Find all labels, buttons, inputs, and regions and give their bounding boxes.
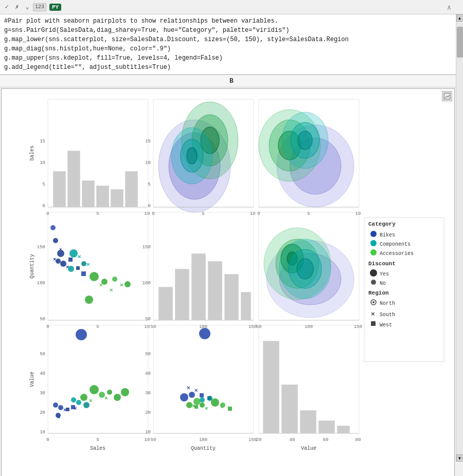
svg-text:Discount: Discount: [368, 261, 396, 267]
code-line-5: g.map_upper(sns.kdeplot, fill=True, leve…: [4, 53, 453, 63]
svg-text:×: ×: [53, 257, 57, 263]
svg-point-67: [90, 272, 99, 281]
svg-text:10: 10: [40, 430, 45, 435]
svg-text:50: 50: [151, 437, 156, 443]
svg-point-115: [76, 329, 87, 340]
svg-text:40: 40: [290, 437, 295, 443]
svg-text:0: 0: [43, 204, 45, 209]
svg-text:15: 15: [145, 139, 151, 144]
svg-point-124: [76, 400, 81, 405]
code-line-3: g.map_lower(sns.scatterplot, size=SalesD…: [4, 35, 453, 44]
svg-text:×: ×: [99, 282, 103, 288]
svg-rect-121: [66, 408, 69, 411]
formula-bar: B: [0, 75, 463, 87]
svg-rect-202: [371, 321, 376, 326]
svg-text:5: 5: [148, 182, 151, 187]
svg-point-123: [71, 397, 76, 402]
svg-point-130: [114, 394, 121, 401]
svg-point-129: [107, 390, 112, 395]
svg-rect-0: [444, 93, 450, 99]
x-icon[interactable]: ✗: [12, 3, 22, 12]
svg-text:30: 30: [145, 391, 151, 396]
svg-text:×: ×: [78, 254, 81, 260]
svg-text:5: 5: [96, 324, 99, 329]
svg-point-116: [53, 402, 58, 408]
svg-text:80: 80: [355, 437, 361, 443]
svg-point-127: [90, 385, 99, 394]
svg-text:Category: Category: [368, 221, 396, 227]
svg-rect-175: [318, 420, 335, 433]
svg-rect-9: [82, 180, 95, 207]
svg-rect-82: [175, 269, 189, 320]
svg-text:Sales: Sales: [90, 446, 105, 451]
svg-point-42: [298, 131, 312, 150]
svg-text:10: 10: [145, 437, 150, 443]
svg-text:100: 100: [305, 324, 313, 329]
svg-point-74: [50, 225, 56, 230]
svg-rect-172: [263, 341, 279, 433]
scrollbar[interactable]: ▲ ▼: [456, 14, 463, 462]
svg-text:20: 20: [256, 437, 262, 443]
svg-point-25: [187, 148, 197, 164]
py-badge: PY: [49, 4, 61, 11]
scroll-up-button[interactable]: ▲: [456, 14, 464, 22]
svg-point-126: [80, 394, 87, 401]
svg-rect-60: [76, 266, 80, 270]
svg-text:5: 5: [202, 211, 204, 216]
svg-rect-85: [224, 274, 239, 320]
svg-rect-10: [96, 186, 109, 207]
svg-text:150: 150: [143, 245, 151, 250]
svg-text:0: 0: [46, 437, 49, 443]
plot-export-icon[interactable]: [442, 91, 452, 101]
svg-text:10: 10: [145, 211, 150, 216]
svg-point-192: [370, 269, 377, 277]
svg-text:×: ×: [212, 402, 216, 408]
svg-text:Quantity: Quantity: [191, 446, 216, 451]
svg-text:30: 30: [40, 391, 45, 396]
svg-point-62: [69, 249, 78, 258]
svg-rect-83: [191, 253, 206, 320]
chevron-icon[interactable]: ⌄: [23, 3, 32, 12]
svg-text:10: 10: [250, 211, 256, 216]
svg-rect-108: [48, 325, 148, 433]
svg-text:×: ×: [57, 414, 61, 420]
code-line-4: g.map_diag(sns.histplot,hue=None, color=…: [4, 44, 453, 53]
svg-text:40: 40: [40, 371, 45, 376]
svg-rect-84: [208, 261, 222, 320]
svg-text:50: 50: [40, 317, 45, 322]
svg-rect-176: [337, 426, 350, 433]
checkmark-icon[interactable]: ✓: [2, 3, 11, 12]
svg-text:Sales: Sales: [29, 145, 35, 161]
svg-text:×: ×: [205, 406, 208, 412]
svg-text:100: 100: [143, 281, 151, 286]
svg-rect-81: [158, 287, 173, 320]
code-line-1: #Pair plot with seaborn pairplots to sho…: [4, 16, 453, 26]
svg-rect-7: [53, 171, 66, 207]
svg-text:10: 10: [145, 160, 151, 166]
svg-point-63: [81, 261, 86, 266]
svg-text:15: 15: [40, 139, 45, 144]
scroll-down-button[interactable]: ▼: [456, 454, 464, 462]
svg-text:10: 10: [355, 211, 361, 216]
svg-point-189: [370, 249, 377, 255]
svg-text:150: 150: [37, 245, 45, 250]
svg-text:South: South: [380, 312, 395, 318]
svg-text:×: ×: [187, 385, 190, 391]
code-area: #Pair plot with seaborn pairplots to sho…: [0, 14, 463, 75]
svg-rect-140: [153, 325, 254, 433]
svg-rect-164: [194, 405, 198, 409]
svg-text:20: 20: [145, 410, 151, 415]
svg-rect-151: [200, 393, 204, 397]
svg-point-52: [53, 238, 58, 243]
svg-text:Quantity: Quantity: [29, 254, 35, 279]
svg-point-70: [124, 281, 131, 287]
svg-text:West: West: [380, 322, 392, 328]
pair-plot-svg: 0 5 10 15 Sales 0 5 10: [7, 89, 449, 464]
svg-rect-86: [241, 292, 251, 320]
svg-point-187: [370, 240, 377, 246]
scroll-thumb[interactable]: [457, 27, 463, 58]
scroll-track: [456, 22, 463, 454]
svg-text:Yes: Yes: [380, 271, 389, 277]
svg-text:5: 5: [96, 437, 99, 443]
svg-text:40: 40: [145, 371, 151, 376]
